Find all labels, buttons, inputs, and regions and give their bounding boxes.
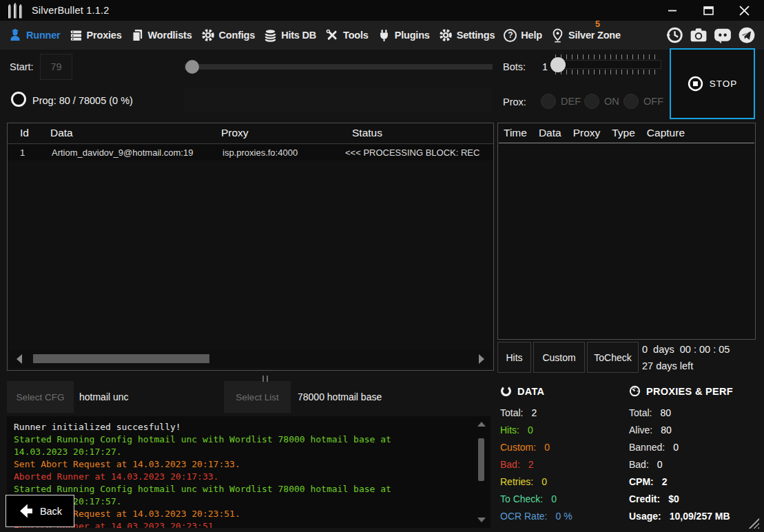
log-line: Aborted Runner at 14.03.2023 20:23:51. xyxy=(14,520,484,528)
stat-proxy-alive: Alive:80 xyxy=(629,421,730,438)
back-arrow-icon xyxy=(18,504,34,518)
menu-silver-zone-label: Silver Zone xyxy=(568,30,621,41)
log-line: Sent Abort Request at 14.03.2023 20:17:3… xyxy=(14,458,484,471)
radio-icon[interactable] xyxy=(623,94,639,109)
tab-custom[interactable]: Custom xyxy=(533,342,585,373)
bots-value: 1 xyxy=(542,61,548,72)
stat-total: Total:2 xyxy=(500,404,572,421)
tab-hits[interactable]: Hits xyxy=(497,342,531,373)
runner-log: Runner initialized succesfully! Started … xyxy=(7,416,491,528)
menu-settings-label: Settings xyxy=(457,30,495,41)
scroll-up-icon[interactable] xyxy=(477,422,486,427)
horizontal-scrollbar[interactable] xyxy=(10,350,491,368)
bots-slider[interactable] xyxy=(553,54,661,74)
prox-radio-off[interactable]: OFF xyxy=(623,94,663,109)
start-slider-thumb[interactable] xyxy=(185,60,199,74)
menu-hits-db[interactable]: Hits DB xyxy=(264,29,316,42)
stop-label: STOP xyxy=(710,79,738,89)
proxies-stats: Total:80 Alive:80 Banned:0 Bad:0 CPM:2 C… xyxy=(629,404,730,524)
elapsed-time: 0 days 00 : 00 : 05 xyxy=(642,344,730,355)
scrollbar-thumb[interactable] xyxy=(33,354,209,363)
history-icon[interactable] xyxy=(665,26,683,44)
stat-ocr-rate: OCR Rate:0 % xyxy=(500,507,572,524)
menu-proxies[interactable]: Proxies xyxy=(70,29,122,42)
scroll-left-icon[interactable] xyxy=(17,354,22,364)
gear-icon xyxy=(439,28,453,42)
discord-icon[interactable] xyxy=(714,26,732,44)
stop-button[interactable]: STOP xyxy=(670,48,755,119)
log-scrollbar[interactable] xyxy=(475,419,488,525)
prox-radio-def[interactable]: DEF xyxy=(541,94,581,109)
select-list-button[interactable]: Select List xyxy=(224,381,291,413)
menu-plugins[interactable]: Plugins xyxy=(378,29,430,42)
menu-silver-zone[interactable]: Silver Zone 5 xyxy=(551,28,621,43)
log-line: Runner initialized succesfully! xyxy=(14,421,484,433)
back-button[interactable]: Back xyxy=(6,495,74,527)
scroll-right-icon[interactable] xyxy=(479,354,484,364)
log-line: 14.03.2023 20:17:27. xyxy=(14,446,484,458)
app-logo-icon xyxy=(8,3,22,19)
bots-slider-ticks-top xyxy=(555,54,659,59)
col-id: Id xyxy=(20,127,29,139)
menu-settings[interactable]: Settings xyxy=(439,28,495,42)
select-cfg-button[interactable]: Select CFG xyxy=(7,381,74,413)
header-divider xyxy=(8,143,493,144)
log-line: Sent Abort Request at 14.03.2023 20:23:5… xyxy=(14,508,484,520)
scrollbar-thumb[interactable] xyxy=(478,438,484,481)
maximize-icon[interactable] xyxy=(701,3,716,18)
menu-help[interactable]: ? Help xyxy=(504,29,542,42)
menu-wordlists-label: Wordlists xyxy=(148,30,192,41)
cell-proxy: isp.proxies.fo:4000 xyxy=(223,147,298,158)
bots-slider-thumb[interactable] xyxy=(550,57,566,72)
scroll-down-icon[interactable] xyxy=(477,518,486,522)
runner-worker-icon xyxy=(8,28,22,42)
progress-text: Prog: 80 / 78005 (0 %) xyxy=(32,95,133,106)
hits-table: Time Data Proxy Type Capture xyxy=(497,123,756,340)
col-time: Time xyxy=(504,127,527,139)
list-value: 78000 hotmail base xyxy=(298,391,382,402)
menu-runner[interactable]: Runner xyxy=(8,28,61,42)
close-icon[interactable] xyxy=(736,3,752,18)
cell-status: <<< PROCESSING BLOCK: REC xyxy=(345,147,479,158)
proxies-perf-header: PROXIES & PERF xyxy=(629,385,733,397)
camera-icon[interactable] xyxy=(690,26,708,44)
stat-custom: Custom:0 xyxy=(500,438,572,456)
prox-radio-on[interactable]: ON xyxy=(584,94,619,109)
header-divider xyxy=(499,143,754,143)
database-icon xyxy=(264,29,277,42)
stat-hits: Hits:0 xyxy=(500,421,572,438)
resize-grip[interactable] xyxy=(748,518,759,529)
cell-id: 1 xyxy=(20,147,25,158)
radio-icon[interactable] xyxy=(541,94,556,109)
menu-tools[interactable]: Tools xyxy=(325,28,369,42)
log-line: 14.03.2023 20:17:57. xyxy=(14,495,484,508)
menu-wordlists[interactable]: Wordlists xyxy=(131,29,192,42)
minimize-icon[interactable] xyxy=(665,3,680,18)
radio-icon[interactable] xyxy=(584,94,599,109)
tab-tocheck[interactable]: ToCheck xyxy=(587,342,639,373)
results-table: Id Data Proxy Status 1 Artiom_davidov_9@… xyxy=(7,123,494,371)
col-data: Data xyxy=(539,127,561,139)
stat-proxy-banned: Banned:0 xyxy=(629,438,730,456)
cell-data: Artiom_davidov_9@hotmail.com:19 xyxy=(52,147,193,158)
col-type: Type xyxy=(612,127,635,139)
col-proxy: Proxy xyxy=(221,127,249,139)
menu-hits-db-label: Hits DB xyxy=(281,30,316,41)
gauge-icon xyxy=(629,385,641,397)
menu-configs[interactable]: Configs xyxy=(201,28,256,42)
start-slider[interactable] xyxy=(185,60,493,74)
stat-proxy-bad: Bad:0 xyxy=(629,456,730,473)
splitter-handle[interactable] xyxy=(262,376,268,382)
data-stats: Total:2 Hits:0 Custom:0 Bad:2 Retries:0 … xyxy=(500,404,572,524)
col-data: Data xyxy=(50,127,73,139)
bots-label: Bots: xyxy=(503,61,526,72)
telegram-icon[interactable] xyxy=(738,26,756,44)
start-input[interactable] xyxy=(40,54,72,80)
stat-usage: Usage:10,09/257 MB xyxy=(629,507,730,524)
map-pin-icon xyxy=(551,28,564,43)
menu-configs-label: Configs xyxy=(219,30,256,41)
stat-tocheck: To Check:0 xyxy=(500,490,572,507)
stat-bad: Bad:2 xyxy=(500,456,572,473)
log-line: Started Running Config hotmail unc with … xyxy=(14,433,484,446)
col-status: Status xyxy=(352,127,382,139)
